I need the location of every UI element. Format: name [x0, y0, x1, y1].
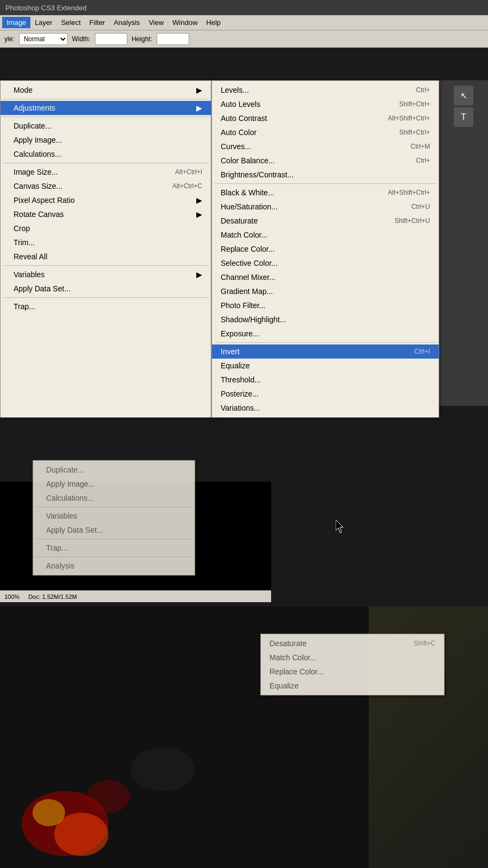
main-area: ↖ T Duplicate... Apply Image... Calculat… — [0, 48, 488, 868]
style-select[interactable]: Normal — [19, 33, 68, 45]
menu-item-image-size-shortcut: Alt+Ctrl+I — [175, 168, 202, 176]
menu-image[interactable]: Image — [2, 17, 30, 28]
adj-item-auto-contrast[interactable]: Auto Contrast Alt+Shift+Ctrl+ — [212, 111, 439, 125]
menu-item-trim-label: Trim... — [14, 238, 35, 247]
panel-icon-text[interactable]: T — [454, 107, 473, 127]
svg-point-5 — [130, 748, 195, 791]
adj-item-brightness-contrast[interactable]: Brightness/Contrast... — [212, 168, 439, 182]
adj-item-color-balance[interactable]: Color Balance... Ctrl+ — [212, 154, 439, 168]
panel-icon-cursor[interactable]: ↖ — [454, 86, 473, 105]
adj-item-selective-color[interactable]: Selective Color... — [212, 256, 439, 270]
adj-item-gradient-map[interactable]: Gradient Map... — [212, 284, 439, 298]
adj-item-black-white-shortcut: Alt+Shift+Ctrl+ — [388, 189, 430, 196]
menu-item-crop[interactable]: Crop — [1, 221, 211, 235]
menu-item-rotate-canvas-arrow: ▶ — [196, 210, 202, 219]
adj-item-exposure[interactable]: Exposure... — [212, 327, 439, 341]
zoom-level: 100% — [4, 593, 20, 600]
adj-item-channel-mixer-label: Channel Mixer... — [221, 273, 275, 282]
menu-item-reveal-all-label: Reveal All — [14, 252, 47, 261]
menu-item-rotate-canvas-label: Rotate Canvas — [14, 210, 64, 219]
adj-item-black-white[interactable]: Black & White... Alt+Shift+Ctrl+ — [212, 186, 439, 200]
menu-item-pixel-aspect-ratio-arrow: ▶ — [196, 196, 202, 205]
menu-bar: Image Layer Select Filter Analysis View … — [0, 15, 488, 30]
right-panel: ↖ T — [439, 80, 488, 406]
menu-item-adjustments-arrow: ▶ — [196, 104, 202, 112]
menu-window[interactable]: Window — [168, 17, 202, 28]
adj-item-shadow-highlight[interactable]: Shadow/Highlight... — [212, 312, 439, 327]
adj-item-curves[interactable]: Curves... Ctrl+M — [212, 139, 439, 154]
menu-item-variables-arrow: ▶ — [196, 270, 202, 279]
menu-filter[interactable]: Filter — [85, 17, 110, 28]
sep-3 — [3, 163, 209, 163]
menu-item-duplicate[interactable]: Duplicate... — [1, 119, 211, 133]
menu-item-apply-data-set[interactable]: Apply Data Set... — [1, 282, 211, 296]
menu-item-canvas-size[interactable]: Canvas Size... Alt+Ctrl+C — [1, 179, 211, 193]
svg-marker-6 — [336, 520, 343, 533]
menu-select[interactable]: Select — [57, 17, 85, 28]
image-menu: Mode ▶ Adjustments ▶ Duplicate... Apply … — [0, 80, 211, 418]
adj-item-auto-color[interactable]: Auto Color Shift+Ctrl+ — [212, 125, 439, 139]
menu-item-canvas-size-label: Canvas Size... — [14, 182, 62, 190]
adjustments-menu: Levels... Ctrl+ Auto Levels Shift+Ctrl+ … — [211, 80, 439, 418]
adj-item-variations[interactable]: Variations... — [212, 401, 439, 415]
adj-item-equalize[interactable]: Equalize — [212, 359, 439, 373]
sep-4 — [3, 265, 209, 266]
adj-item-replace-color[interactable]: Replace Color... — [212, 242, 439, 256]
menu-item-trim[interactable]: Trim... — [1, 235, 211, 250]
adj-item-invert[interactable]: Invert Ctrl+I — [212, 344, 439, 359]
menu-item-calculations[interactable]: Calculations... — [1, 147, 211, 161]
adj-item-photo-filter[interactable]: Photo Filter... — [212, 298, 439, 312]
menu-item-trap[interactable]: Trap... — [1, 299, 211, 314]
menu-view[interactable]: View — [144, 17, 168, 28]
adj-item-invert-label: Invert — [221, 347, 240, 356]
adj-item-hue-saturation-shortcut: Ctrl+U — [412, 203, 430, 210]
menu-help[interactable]: Help — [202, 17, 225, 28]
adj-item-desaturate[interactable]: Desaturate Shift+Ctrl+U — [212, 214, 439, 228]
adj-sep-1 — [214, 183, 436, 184]
adj-item-channel-mixer[interactable]: Channel Mixer... — [212, 270, 439, 284]
menu-item-apply-image[interactable]: Apply Image... — [1, 133, 211, 147]
ghost-adj-desaturate: Desaturate Shift+C — [261, 636, 444, 650]
adj-item-color-balance-label: Color Balance... — [221, 156, 275, 165]
adj-item-hue-saturation[interactable]: Hue/Saturation... Ctrl+U — [212, 200, 439, 214]
width-input[interactable] — [95, 33, 127, 45]
adj-item-levels-label: Levels... — [221, 86, 249, 94]
adj-item-curves-label: Curves... — [221, 142, 251, 151]
dropdown-container: Mode ▶ Adjustments ▶ Duplicate... Apply … — [0, 80, 439, 418]
adj-item-desaturate-label: Desaturate — [221, 216, 258, 225]
menu-item-rotate-canvas[interactable]: Rotate Canvas ▶ — [1, 207, 211, 221]
menu-layer[interactable]: Layer — [30, 17, 57, 28]
height-input[interactable] — [157, 33, 189, 45]
menu-item-image-size-label: Image Size... — [14, 168, 58, 176]
ghost-item-apply-dataset: Apply Data Set... — [33, 523, 195, 537]
menu-item-canvas-size-shortcut: Alt+Ctrl+C — [172, 182, 202, 190]
menu-item-apply-image-label: Apply Image... — [14, 136, 62, 144]
adj-item-levels-shortcut: Ctrl+ — [416, 86, 430, 94]
adj-item-hue-saturation-label: Hue/Saturation... — [221, 202, 278, 211]
menu-item-pixel-aspect-ratio[interactable]: Pixel Aspect Ratio ▶ — [1, 193, 211, 207]
menu-item-variables[interactable]: Variables ▶ — [1, 267, 211, 282]
adj-item-auto-levels-shortcut: Shift+Ctrl+ — [399, 100, 430, 108]
adj-item-auto-levels[interactable]: Auto Levels Shift+Ctrl+ — [212, 97, 439, 111]
adj-item-exposure-label: Exposure... — [221, 329, 259, 338]
sep-5 — [3, 297, 209, 298]
menu-item-image-size[interactable]: Image Size... Alt+Ctrl+I — [1, 165, 211, 179]
adj-item-auto-contrast-shortcut: Alt+Shift+Ctrl+ — [388, 114, 430, 122]
ghost-adj-match-color: Match Color... — [261, 650, 444, 665]
adj-item-match-color[interactable]: Match Color... — [212, 228, 439, 242]
menu-item-variables-label: Variables — [14, 270, 44, 279]
menu-item-trap-label: Trap... — [14, 302, 35, 311]
adj-item-gradient-map-label: Gradient Map... — [221, 287, 273, 296]
svg-point-3 — [33, 799, 65, 826]
adj-item-threshold[interactable]: Threshold... — [212, 373, 439, 387]
adj-item-posterize[interactable]: Posterize... — [212, 387, 439, 401]
adj-sep-2 — [214, 342, 436, 343]
menu-analysis[interactable]: Analysis — [110, 17, 144, 28]
menu-item-mode[interactable]: Mode ▶ — [1, 83, 211, 97]
menu-item-reveal-all[interactable]: Reveal All — [1, 250, 211, 264]
menu-item-mode-label: Mode — [14, 86, 33, 94]
menu-item-crop-label: Crop — [14, 224, 30, 233]
menu-item-adjustments[interactable]: Adjustments ▶ — [1, 101, 211, 115]
adj-item-auto-levels-label: Auto Levels — [221, 100, 260, 108]
adj-item-levels[interactable]: Levels... Ctrl+ — [212, 83, 439, 97]
